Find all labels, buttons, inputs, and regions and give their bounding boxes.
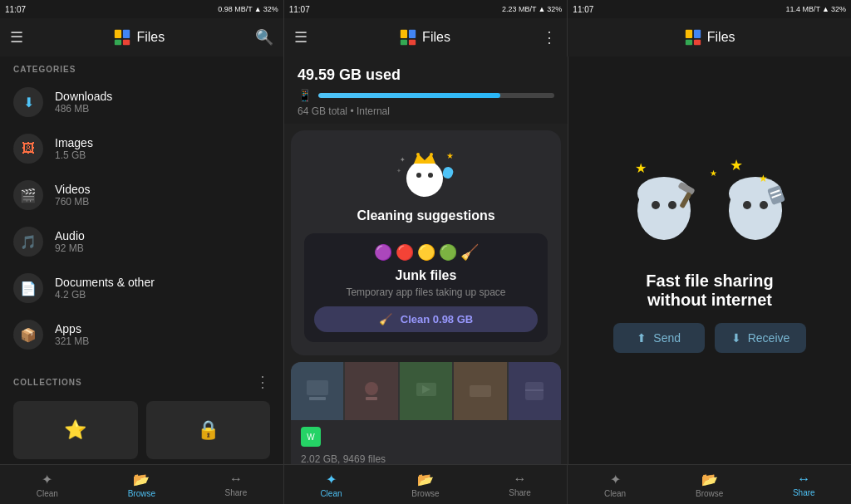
search-icon-1[interactable]: 🔍 [255, 28, 273, 46]
category-downloads[interactable]: ⬇ Downloads 486 MB [0, 79, 283, 125]
bottom-navs: ✦ Clean 📂 Browse ↔ Share ✦ Clean 📂 Brows… [0, 464, 851, 504]
nav-title-3: Files [578, 28, 841, 46]
menu-icon-1[interactable]: ☰ [10, 28, 23, 46]
whatsapp-icon: W [301, 427, 321, 447]
svg-rect-2 [115, 40, 121, 45]
nav1-clean[interactable]: ✦ Clean [0, 468, 95, 502]
category-apps[interactable]: 📦 Apps 321 MB [0, 311, 283, 358]
svg-point-39 [668, 201, 676, 209]
categories-header: CATEGORIES [0, 56, 283, 79]
clean-label-3: Clean [604, 489, 626, 498]
apps-icon: 📦 [13, 320, 43, 350]
battery-3: 32% [831, 5, 846, 13]
svg-rect-27 [366, 397, 377, 400]
nav1-share[interactable]: ↔ Share [189, 468, 283, 501]
svg-rect-5 [409, 30, 416, 38]
wifi-icon-1: ▲ [254, 5, 262, 13]
send-button[interactable]: ⬆ Send [613, 323, 705, 353]
documents-size: 4.2 GB [55, 289, 270, 301]
battery-1: 32% [263, 5, 278, 13]
collections-header: COLLECTIONS [13, 378, 82, 387]
collection-favorites[interactable]: ⭐ [13, 401, 138, 459]
category-videos[interactable]: 🎬 Videos 760 MB [0, 172, 283, 218]
status-bars: 11:07 0.98 MB/T ▲ 32% 11:07 2.23 MB/T ▲ … [0, 0, 851, 18]
svg-rect-7 [409, 40, 416, 45]
nav-bar-3: Files [568, 18, 851, 56]
svg-rect-11 [694, 40, 701, 45]
svg-text:✦: ✦ [396, 168, 401, 174]
nav-bar-1: ☰ Files 🔍 [0, 18, 284, 56]
cleaning-title: Cleaning suggestions [357, 208, 494, 223]
browse-label-1: Browse [128, 489, 155, 498]
downloads-name: Downloads [55, 90, 270, 103]
clean-icon-3: ✦ [610, 472, 621, 487]
menu-icon-2[interactable]: ☰ [294, 28, 307, 46]
app-name-3: Files [707, 30, 735, 45]
storage-section: 49.59 GB used 📱 64 GB total • Internal [284, 56, 568, 124]
storage-bar [318, 93, 554, 98]
files-logo-3 [684, 28, 702, 46]
svg-rect-18 [440, 165, 454, 179]
svg-point-17 [430, 153, 433, 156]
nav-title-1: Files [30, 28, 248, 46]
junk-emoji-2: 🔴 [396, 243, 414, 262]
cleaning-suggestions-card: ★ ✦ ✦ Cleaning suggestions 🟣 🔴 🟡 🟢 🧹 [291, 130, 561, 355]
send-icon: ⬆ [637, 331, 647, 345]
collections-more-icon[interactable]: ⋮ [255, 373, 270, 391]
collection-safe-folder[interactable]: 🔒 [146, 401, 271, 459]
clean-label-2: Clean [320, 489, 342, 498]
receive-button[interactable]: ⬇ Receive [715, 323, 807, 353]
svg-rect-3 [123, 40, 130, 45]
receive-icon: ⬇ [731, 331, 741, 345]
svg-point-45 [760, 201, 768, 209]
data-speed-3: 11.4 MB/T [786, 5, 821, 13]
bottom-nav-2: ✦ Clean 📂 Browse ↔ Share [284, 465, 568, 504]
audio-size: 92 MB [55, 242, 270, 254]
wifi-icon-3: ▲ [822, 5, 829, 13]
images-icon: 🖼 [13, 134, 43, 164]
browse-icon-1: 📂 [133, 472, 150, 487]
receive-label: Receive [748, 331, 790, 345]
more-icon-2[interactable]: ⋮ [542, 28, 557, 46]
nav1-browse[interactable]: 📂 Browse [95, 468, 189, 502]
send-label: Send [653, 331, 681, 345]
file-browser-panel: CATEGORIES ⬇ Downloads 486 MB 🖼 Images 1… [0, 56, 284, 464]
category-images[interactable]: 🖼 Images 1.5 GB [0, 125, 283, 172]
wifi-icon-2: ▲ [538, 5, 545, 13]
svg-rect-8 [686, 30, 692, 38]
bottom-nav-3: ✦ Clean 📂 Browse ↔ Share [568, 465, 851, 504]
files-logo-2 [399, 28, 417, 46]
videos-size: 760 MB [55, 196, 270, 208]
nav2-browse[interactable]: 📂 Browse [378, 468, 473, 502]
videos-icon: 🎬 [13, 180, 43, 210]
panel2-scroll: ★ ✦ ✦ Cleaning suggestions 🟣 🔴 🟡 🟢 🧹 [284, 124, 568, 464]
ghost-2-svg [718, 169, 793, 252]
svg-point-38 [652, 201, 660, 209]
share-icon-1: ↔ [229, 472, 243, 487]
junk-emoji-1: 🟣 [374, 243, 392, 262]
nav2-share[interactable]: ↔ Share [473, 468, 568, 501]
nav3-clean[interactable]: ✦ Clean [568, 468, 662, 502]
preview-5 [509, 362, 561, 420]
junk-description: Temporary app files taking up space [314, 286, 538, 298]
collections-grid: ⭐ 🔒 [0, 396, 283, 464]
whatsapp-card[interactable]: W 2.02 GB, 9469 files Delete WhatsApp me… [291, 362, 561, 464]
nav-title-2: Files [314, 28, 536, 46]
nav3-share[interactable]: ↔ Share [756, 468, 851, 501]
category-audio[interactable]: 🎵 Audio 92 MB [0, 218, 283, 265]
clean-button[interactable]: 🧹Clean 0.98 GB [314, 306, 538, 332]
nav3-browse[interactable]: 📂 Browse [662, 468, 757, 502]
preview-2 [345, 362, 397, 420]
status-bar-1: 11:07 0.98 MB/T ▲ 32% [0, 0, 284, 18]
data-speed-2: 2.23 MB/T [502, 5, 537, 13]
preview-1 [291, 362, 343, 420]
audio-icon: 🎵 [13, 227, 43, 257]
clean-icon-2: ✦ [326, 472, 337, 487]
time-2: 11:07 [289, 5, 310, 14]
svg-point-13 [416, 173, 421, 178]
category-documents[interactable]: 📄 Documents & other 4.2 GB [0, 265, 283, 311]
nav2-clean[interactable]: ✦ Clean [284, 468, 379, 502]
videos-name: Videos [55, 183, 270, 196]
svg-text:✦: ✦ [400, 156, 406, 164]
downloads-icon: ⬇ [13, 87, 43, 117]
